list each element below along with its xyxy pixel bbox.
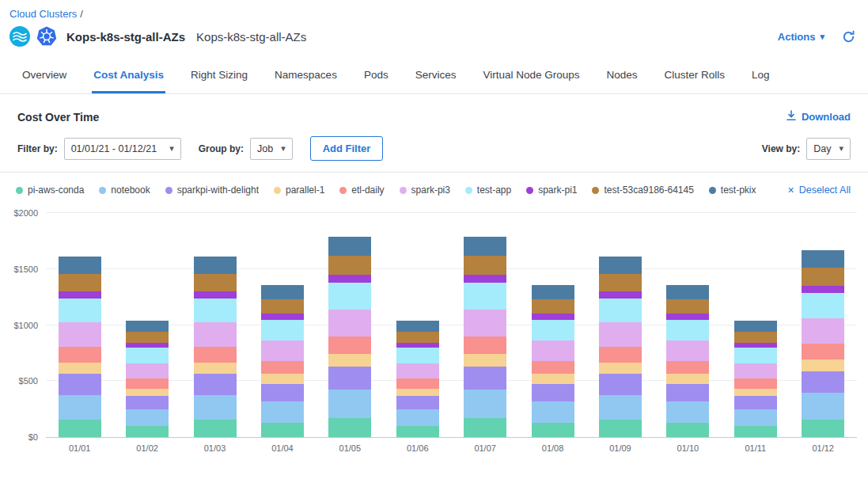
legend-item-sparkpi-with-delight[interactable]: sparkpi-with-delight	[165, 184, 259, 196]
bar-segment-test-app[interactable]	[464, 283, 506, 310]
bar-segment-spark-pi3[interactable]	[328, 310, 371, 337]
bar-segment-pi-aws-conda[interactable]	[464, 418, 506, 437]
tab-virtual-node-groups[interactable]: Virtual Node Groups	[481, 56, 581, 93]
legend-item-etl-daily[interactable]: etl-daily	[339, 184, 384, 196]
bar-segment-etl-daily[interactable]	[59, 347, 101, 362]
bar-segment-spark-pi1[interactable]	[194, 291, 237, 299]
bar-segment-pi-aws-conda[interactable]	[396, 426, 439, 437]
bar-segment-test-53ca9186-64145[interactable]	[261, 299, 304, 314]
legend-item-pi-aws-conda[interactable]: pi-aws-conda	[16, 184, 84, 196]
bar-segment-test-app[interactable]	[261, 320, 304, 340]
deselect-all-button[interactable]: × Deselect All	[788, 184, 851, 196]
bar-segment-notebook[interactable]	[734, 409, 777, 426]
bar-segment-parallel-1[interactable]	[59, 363, 101, 375]
bar-segment-pi-aws-conda[interactable]	[126, 426, 169, 437]
bar-segment-etl-daily[interactable]	[261, 361, 304, 374]
stacked-bar-01/11[interactable]	[734, 213, 777, 437]
add-filter-button[interactable]: Add Filter	[310, 136, 384, 161]
bar-segment-spark-pi3[interactable]	[734, 363, 777, 379]
bar-segment-parallel-1[interactable]	[126, 389, 169, 397]
bar-segment-test-app[interactable]	[666, 320, 709, 340]
bar-segment-notebook[interactable]	[396, 409, 439, 426]
bar-segment-parallel-1[interactable]	[734, 389, 777, 397]
tab-right-sizing[interactable]: Right Sizing	[189, 56, 249, 93]
stacked-bar-01/09[interactable]	[599, 213, 642, 437]
bar-segment-pi-aws-conda[interactable]	[194, 420, 237, 437]
bar-segment-notebook[interactable]	[464, 390, 506, 418]
legend-item-parallel-1[interactable]: parallel-1	[274, 184, 324, 196]
bar-segment-pi-aws-conda[interactable]	[802, 420, 844, 437]
breadcrumb-link-cloud-clusters[interactable]: Cloud Clusters	[9, 8, 77, 20]
bar-segment-sparkpi-with-delight[interactable]	[194, 374, 237, 394]
bar-segment-sparkpi-with-delight[interactable]	[464, 367, 506, 390]
bar-segment-spark-pi3[interactable]	[261, 340, 304, 361]
bar-segment-etl-daily[interactable]	[194, 347, 237, 362]
stacked-bar-01/04[interactable]	[261, 213, 304, 437]
bar-segment-etl-daily[interactable]	[532, 361, 574, 374]
bar-segment-sparkpi-with-delight[interactable]	[261, 384, 304, 401]
bar-segment-test-app[interactable]	[734, 348, 777, 363]
bar-segment-spark-pi1[interactable]	[599, 291, 642, 299]
bar-segment-test-app[interactable]	[126, 348, 169, 363]
bar-segment-sparkpi-with-delight[interactable]	[599, 374, 642, 394]
bar-segment-sparkpi-with-delight[interactable]	[126, 396, 169, 409]
bar-segment-spark-pi1[interactable]	[666, 314, 709, 320]
bar-segment-notebook[interactable]	[59, 395, 101, 420]
actions-button[interactable]: Actions ▾	[778, 31, 824, 43]
bar-segment-test-53ca9186-64145[interactable]	[194, 274, 237, 291]
stacked-bar-01/06[interactable]	[396, 213, 439, 437]
stacked-bar-01/08[interactable]	[532, 213, 574, 437]
bar-segment-test-app[interactable]	[194, 299, 237, 323]
bar-segment-etl-daily[interactable]	[599, 347, 642, 362]
group-by-select[interactable]: Job ▾	[250, 138, 293, 160]
bar-segment-sparkpi-with-delight[interactable]	[802, 371, 844, 393]
bar-segment-spark-pi3[interactable]	[666, 340, 709, 361]
bar-segment-spark-pi1[interactable]	[802, 286, 844, 293]
stacked-bar-01/03[interactable]	[194, 213, 237, 437]
bar-segment-test-53ca9186-64145[interactable]	[126, 332, 169, 343]
stacked-bar-01/02[interactable]	[126, 213, 169, 437]
bar-segment-test-app[interactable]	[532, 320, 574, 340]
bar-segment-test-app[interactable]	[59, 299, 101, 323]
bar-segment-notebook[interactable]	[802, 393, 844, 419]
tab-overview[interactable]: Overview	[21, 56, 68, 93]
bar-segment-pi-aws-conda[interactable]	[599, 420, 642, 437]
bar-segment-spark-pi1[interactable]	[328, 275, 371, 283]
bar-segment-test-pkix[interactable]	[599, 257, 642, 274]
bar-segment-pi-aws-conda[interactable]	[532, 423, 574, 437]
tab-cost-analysis[interactable]: Cost Analysis	[92, 56, 165, 93]
bar-segment-test-pkix[interactable]	[194, 257, 237, 274]
bar-segment-test-pkix[interactable]	[802, 250, 844, 268]
bar-segment-test-53ca9186-64145[interactable]	[532, 299, 574, 314]
bar-segment-pi-aws-conda[interactable]	[328, 418, 371, 437]
bar-segment-test-pkix[interactable]	[328, 237, 371, 256]
bar-segment-test-53ca9186-64145[interactable]	[396, 332, 439, 343]
bar-segment-sparkpi-with-delight[interactable]	[532, 384, 574, 401]
bar-segment-pi-aws-conda[interactable]	[59, 420, 101, 437]
bar-segment-notebook[interactable]	[599, 395, 642, 420]
bar-segment-spark-pi1[interactable]	[464, 275, 506, 283]
bar-segment-test-app[interactable]	[328, 283, 371, 310]
bar-segment-etl-daily[interactable]	[464, 337, 506, 354]
bar-segment-test-53ca9186-64145[interactable]	[734, 332, 777, 343]
bar-segment-spark-pi3[interactable]	[464, 310, 506, 337]
bar-segment-spark-pi1[interactable]	[261, 314, 304, 320]
legend-item-spark-pi1[interactable]: spark-pi1	[526, 184, 577, 196]
date-range-select[interactable]: 01/01/21 - 01/12/21 ▾	[64, 138, 181, 160]
bar-segment-test-app[interactable]	[396, 348, 439, 363]
stacked-bar-01/12[interactable]	[802, 213, 844, 437]
legend-item-notebook[interactable]: notebook	[99, 184, 150, 196]
bar-segment-test-53ca9186-64145[interactable]	[599, 274, 642, 291]
legend-item-spark-pi3[interactable]: spark-pi3	[400, 184, 450, 196]
legend-item-test-app[interactable]: test-app	[465, 184, 511, 196]
bar-segment-spark-pi3[interactable]	[194, 322, 237, 347]
bar-segment-spark-pi3[interactable]	[802, 318, 844, 344]
bar-segment-parallel-1[interactable]	[802, 359, 844, 371]
bar-segment-spark-pi3[interactable]	[396, 363, 439, 379]
bar-segment-parallel-1[interactable]	[666, 374, 709, 383]
bar-segment-spark-pi1[interactable]	[59, 291, 101, 299]
bar-segment-etl-daily[interactable]	[734, 378, 777, 388]
bar-segment-spark-pi3[interactable]	[599, 322, 642, 347]
bar-segment-test-pkix[interactable]	[734, 321, 777, 332]
bar-segment-notebook[interactable]	[328, 390, 371, 418]
